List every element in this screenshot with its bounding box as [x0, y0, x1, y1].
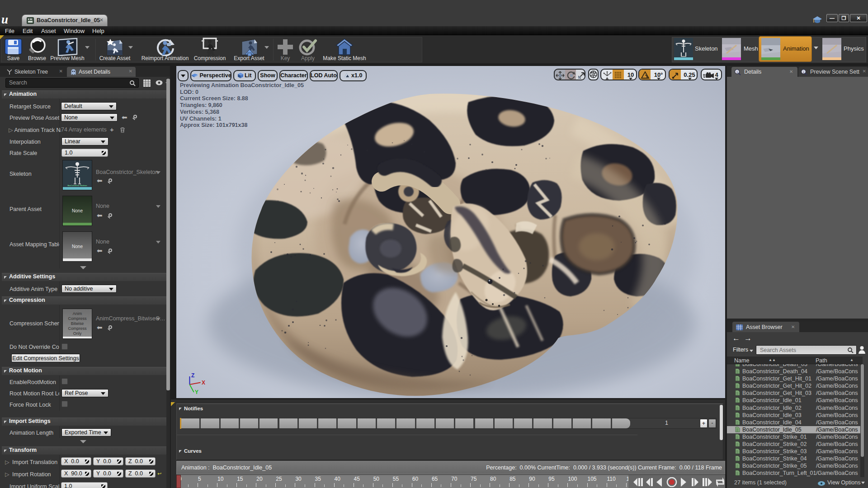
svg-text:Z: Z [191, 372, 194, 379]
svg-text:Y: Y [195, 389, 198, 395]
svg-text:X: X [202, 380, 205, 386]
svg-text:BoaConstrictor Skeleton: BoaConstrictor Skeleton [67, 184, 87, 187]
svg-text:None: None [72, 244, 83, 249]
svg-text:Only: Only [73, 331, 82, 336]
svg-text:Compress: Compress [68, 316, 87, 321]
svg-text:Bitwise: Bitwise [71, 321, 84, 326]
svg-text:Compress: Compress [68, 326, 87, 331]
svg-text:None: None [72, 208, 83, 213]
svg-text:Anim: Anim [73, 311, 82, 316]
